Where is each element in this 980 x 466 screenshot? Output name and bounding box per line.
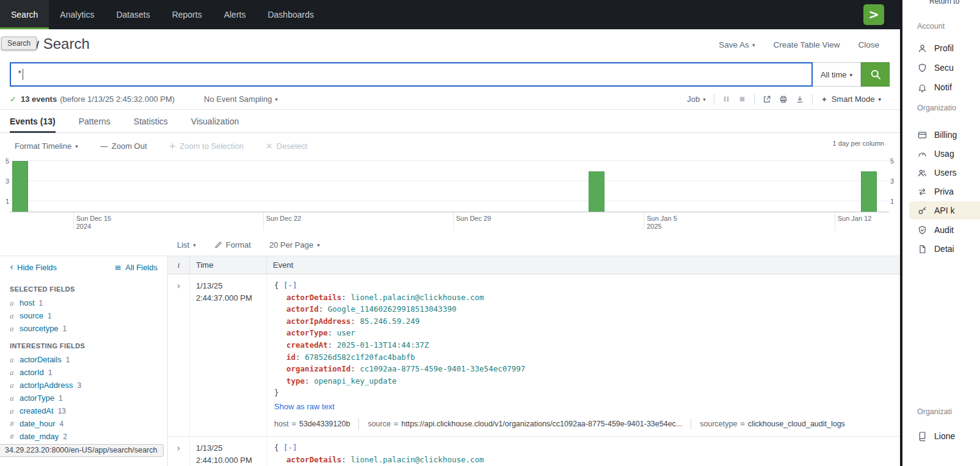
event-json-field[interactable]: organizationId: cc1092aa-8775-459e-9401-… [274, 363, 893, 375]
pause-job-icon[interactable] [722, 95, 730, 103]
nav-item[interactable]: Search [0, 0, 49, 29]
event-json-field[interactable]: actorType: user [274, 327, 893, 339]
expand-event-icon[interactable] [177, 281, 181, 291]
json-value[interactable]: lionel.palacin@clickhouse.com [350, 455, 484, 464]
collapse-json-link[interactable]: [-] [283, 281, 297, 290]
print-icon[interactable] [779, 95, 788, 104]
json-value[interactable]: 85.246.59.249 [360, 317, 419, 326]
json-value[interactable]: Google_114602629918513043390 [328, 304, 457, 314]
json-value[interactable]: 678526d582c1f20fac4babfb [305, 353, 415, 362]
deselect-button[interactable]: Deselect [266, 141, 307, 151]
json-value[interactable]: lionel.palacin@clickhouse.com [350, 293, 484, 302]
event-json-field[interactable]: createdAt: 2025-01-13T14:44:37Z [274, 339, 893, 351]
sidebar-item-profile[interactable]: Profil [917, 39, 954, 57]
timeline-scale-note: 1 day per column [833, 140, 884, 147]
event-meta-field[interactable]: host=53de4339120b [274, 418, 350, 431]
sidebar-item-api-keys[interactable]: API k [917, 201, 954, 220]
event-meta-field[interactable]: source=https://api.clickhouse.cloud/v1/o… [358, 418, 682, 431]
event-sampling-dropdown[interactable]: No Event Sampling [204, 95, 278, 104]
divider [812, 94, 813, 105]
event-json-field[interactable]: actorDetails: lionel.palacin@clickhouse.… [274, 454, 893, 466]
event-time[interactable]: 1/13/25 2:44:10.000 PM [190, 437, 267, 466]
hide-fields-button[interactable]: Hide Fields [10, 262, 57, 273]
field-item[interactable]: # date_mday 2 [0, 430, 167, 443]
timeline-axis: Sun Dec 152024Sun Dec 22Sun Dec 29Sun Ja… [10, 212, 889, 232]
format-results-button[interactable]: Format [214, 240, 251, 249]
field-item[interactable]: a actorId 1 [0, 366, 167, 379]
share-job-icon[interactable] [763, 95, 771, 104]
field-item[interactable]: a actorDetails 1 [0, 353, 167, 366]
job-menu-button[interactable]: Job [687, 95, 706, 104]
return-link[interactable]: Return to [929, 0, 959, 5]
field-item[interactable]: a host 1 [0, 296, 167, 309]
json-value[interactable]: openapi_key_update [314, 376, 396, 385]
search-input[interactable]: * [10, 62, 813, 87]
search-mode-selector[interactable]: Smart Mode [821, 95, 881, 104]
per-page-dropdown[interactable]: 20 Per Page [269, 240, 320, 249]
field-item[interactable]: a source 1 [0, 309, 167, 322]
field-item[interactable]: a createdAt 13 [0, 404, 167, 417]
collapse-json-link[interactable]: [-] [283, 443, 297, 452]
time-range-label: All time [821, 70, 847, 79]
field-item[interactable]: # date_hour 4 [0, 417, 167, 430]
nav-item[interactable]: Analytics [49, 0, 105, 29]
stop-job-icon[interactable] [738, 95, 746, 103]
zoom-out-button[interactable]: Zoom Out [100, 142, 147, 151]
show-raw-text-link[interactable]: Show as raw text [274, 401, 335, 413]
json-value[interactable]: user [337, 328, 355, 337]
timeline-plot[interactable]: 113355 [10, 156, 889, 212]
format-timeline-button[interactable]: Format Timeline [15, 142, 78, 151]
timeline-bar[interactable] [861, 171, 877, 212]
sidebar-item-usage[interactable]: Usag [917, 145, 954, 163]
event-meta-field[interactable]: sourcetype=clickhouse_cloud_audit_logs [691, 418, 845, 431]
results-tab[interactable]: Statistics [134, 110, 168, 132]
expand-event-icon[interactable] [177, 443, 181, 453]
event-json-field[interactable]: actorIpAddress: 85.246.59.249 [274, 315, 893, 328]
timeline-bar[interactable] [589, 171, 604, 212]
sidebar-item-billing[interactable]: Billing [917, 126, 957, 144]
search-button[interactable] [861, 62, 890, 87]
meta-value[interactable]: https://api.clickhouse.cloud/v1/organiza… [401, 418, 682, 431]
save-as-button[interactable]: Save As [719, 40, 755, 49]
results-tab[interactable]: Patterns [79, 110, 111, 132]
event-time[interactable]: 1/13/25 2:44:37.000 PM [190, 274, 267, 436]
field-count: 1 [39, 298, 43, 309]
results-tab[interactable]: Events (13) [10, 110, 56, 132]
timeline-bar[interactable] [12, 161, 28, 212]
nav-item[interactable]: Reports [161, 0, 213, 29]
results-tab[interactable]: Visualization [191, 110, 239, 132]
event-json-field[interactable]: id: 678526d582c1f20fac4babfb [274, 351, 893, 364]
json-value[interactable]: 2025-01-13T14:44:37Z [337, 340, 429, 349]
list-view-dropdown[interactable]: List [177, 240, 196, 249]
field-type-icon: a [10, 367, 15, 378]
sidebar-item-users[interactable]: Users [917, 163, 957, 182]
field-item[interactable]: a actorIpAddress 3 [0, 379, 167, 392]
zoom-to-selection-button[interactable]: Zoom to Selection [169, 141, 244, 151]
json-value[interactable]: cc1092aa-8775-459e-9401-33e54ec07997 [360, 364, 525, 373]
time-range-picker[interactable]: All time [813, 62, 861, 87]
field-item[interactable]: a sourcetype 1 [0, 322, 167, 335]
sidebar-item-notifications[interactable]: Notif [917, 78, 952, 96]
json-key: id [286, 353, 296, 362]
sidebar-item-details[interactable]: Detai [917, 240, 954, 258]
meta-value[interactable]: 53de4339120b [299, 418, 350, 431]
sidebar-item-private-endpoints[interactable]: Priva [917, 182, 954, 201]
sidebar-item-organization-name[interactable]: Lione [917, 427, 955, 445]
create-table-view-button[interactable]: Create Table View [773, 40, 840, 49]
nav-item[interactable]: Datasets [105, 0, 161, 29]
splunk-logo-icon[interactable] [863, 4, 884, 25]
export-download-icon[interactable] [796, 95, 804, 104]
event-json-field[interactable]: type: openapi_key_update [274, 375, 893, 387]
nav-item-label: Reports [172, 10, 202, 20]
field-item[interactable]: a actorType 1 [0, 392, 167, 404]
nav-item[interactable]: Dashboards [256, 0, 325, 29]
event-json-field[interactable]: actorDetails: lionel.palacin@clickhouse.… [274, 292, 893, 304]
meta-value[interactable]: clickhouse_cloud_audit_logs [748, 418, 845, 431]
all-fields-button[interactable]: All Fields [115, 262, 158, 272]
sidebar-item-security[interactable]: Secu [917, 59, 954, 77]
nav-item[interactable]: Alerts [213, 0, 257, 29]
close-button[interactable]: Close [858, 40, 879, 49]
sidebar-item-audit[interactable]: Audit [917, 221, 954, 239]
bell-icon [917, 82, 927, 93]
event-json-field[interactable]: actorId: Google_114602629918513043390 [274, 303, 893, 315]
